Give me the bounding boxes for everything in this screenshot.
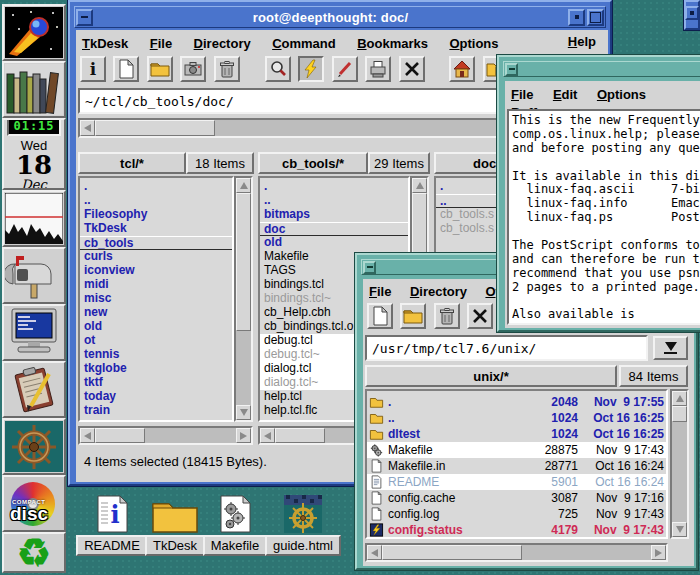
scroll-up-button[interactable] — [672, 391, 687, 406]
file-row[interactable]: config.log725Nov 9 17:43 — [367, 506, 666, 522]
file-item[interactable]: train — [80, 404, 232, 418]
scroll-up-button[interactable] — [236, 178, 251, 193]
file-item[interactable]: TkDesk — [80, 222, 232, 236]
desktop-icon-makefile[interactable]: Makefile — [198, 495, 272, 556]
file-item[interactable]: new — [80, 306, 232, 320]
scrollbar-thumb[interactable] — [95, 428, 145, 443]
editor-text-area[interactable]: This is the new Frequently comp.os.linux… — [507, 109, 700, 325]
pane1-title-button[interactable]: tcl/* — [78, 152, 186, 174]
scrollbar-thumb[interactable] — [672, 406, 687, 422]
file-item[interactable]: .. — [80, 194, 232, 208]
file-item[interactable]: today — [80, 390, 232, 404]
file-item[interactable]: old — [80, 320, 232, 334]
browser-path-entry[interactable]: /usr/tmp/tcl7.6/unix/ — [365, 335, 648, 361]
scrollbar-thumb[interactable] — [95, 120, 215, 136]
desktop-icon-guide-html[interactable]: guide.html — [263, 495, 343, 556]
scrollbar-thumb[interactable] — [236, 193, 251, 331]
window-menu-button[interactable] — [363, 261, 376, 274]
edit-button[interactable] — [332, 56, 358, 82]
dock-mailbox-button[interactable] — [2, 247, 66, 304]
main-titlebar[interactable]: root@deepthought: doc/ — [74, 6, 606, 28]
scroll-left-button[interactable] — [260, 428, 275, 443]
file-item[interactable]: bitmaps — [260, 208, 408, 222]
scrollbar-thumb[interactable] — [275, 428, 325, 443]
pane2-title-button[interactable]: cb_tools/* — [258, 152, 368, 174]
file-item[interactable]: tennis — [80, 348, 232, 362]
file-row[interactable]: config.status4179Nov 9 17:43 — [367, 522, 666, 538]
file-item[interactable]: curls — [80, 250, 232, 264]
dock-comet-button[interactable] — [2, 4, 66, 61]
file-row[interactable]: Makefile.in28771Oct 16 16:24 — [367, 458, 666, 474]
file-item[interactable]: tktf — [80, 376, 232, 390]
scroll-up-button[interactable] — [412, 178, 427, 193]
window-menu-button[interactable] — [76, 9, 93, 26]
scrollbar-thumb[interactable] — [382, 545, 522, 560]
pane1-vertical-scrollbar[interactable] — [234, 176, 253, 422]
delete-button[interactable] — [399, 56, 425, 82]
scroll-left-button[interactable] — [80, 120, 95, 136]
desktop-icon-label[interactable]: guide.html — [265, 535, 341, 556]
file-row-open[interactable]: README5901Oct 16 16:24 — [367, 474, 666, 490]
browser-horizontal-scrollbar[interactable] — [365, 543, 668, 562]
dock-notepad-button[interactable] — [2, 361, 66, 418]
delete-button[interactable] — [467, 303, 493, 329]
file-item[interactable]: midi — [80, 278, 232, 292]
info-button[interactable]: i — [80, 56, 106, 82]
menu-directory[interactable]: Directory — [410, 284, 467, 299]
file-row[interactable]: config.cache3087Nov 9 17:16 — [367, 490, 666, 506]
menu-directory[interactable]: Directory — [194, 36, 251, 51]
dock-load-button[interactable] — [2, 190, 66, 247]
menu-bookmarks[interactable]: Bookmarks — [357, 36, 428, 51]
file-item[interactable]: old — [260, 236, 408, 250]
find-button[interactable] — [265, 56, 291, 82]
editor-titlebar[interactable] — [503, 61, 700, 77]
file-row[interactable]: ..1024Oct 16 16:25 — [367, 410, 666, 426]
file-item[interactable]: .. — [260, 194, 408, 208]
execute-button[interactable] — [298, 56, 324, 82]
file-row[interactable]: .2048Nov 9 17:55 — [367, 394, 666, 410]
menu-file[interactable]: File — [369, 284, 391, 299]
menu-command[interactable]: Command — [272, 36, 336, 51]
desktop-icon-label[interactable]: TkDesk — [145, 535, 205, 556]
scroll-right-button[interactable] — [651, 545, 666, 560]
dock-books-button[interactable] — [2, 61, 66, 118]
print-button[interactable] — [365, 56, 391, 82]
file-item-open[interactable]: cb_tools — [80, 236, 232, 250]
snapshot-button[interactable] — [180, 56, 206, 82]
file-item[interactable]: . — [80, 180, 232, 194]
file-item[interactable]: ot — [80, 334, 232, 348]
home-button[interactable] — [449, 56, 475, 82]
menu-edit[interactable]: Edit — [553, 87, 578, 102]
file-item[interactable]: iconview — [80, 264, 232, 278]
window-menu-button[interactable] — [505, 63, 518, 76]
scroll-down-button[interactable] — [672, 522, 687, 537]
trash-button[interactable] — [434, 303, 460, 329]
dock-cdrom-button[interactable]: COMPACT disc — [2, 475, 66, 532]
dock-terminal-button[interactable] — [2, 304, 66, 361]
open-folder-button[interactable] — [147, 56, 173, 82]
open-folder-button[interactable] — [400, 303, 426, 329]
file-item[interactable]: . — [260, 180, 408, 194]
file-row-selected[interactable]: Makefile28875Nov 9 17:43 — [367, 442, 666, 458]
trash-button[interactable] — [214, 56, 240, 82]
browser-pane-title-button[interactable]: unix/* — [365, 365, 617, 387]
browser-vertical-scrollbar[interactable] — [670, 389, 689, 539]
dock-helm-button[interactable] — [2, 418, 66, 475]
maximize-button[interactable] — [587, 9, 604, 26]
new-file-button[interactable] — [113, 56, 139, 82]
menu-options[interactable]: Options — [597, 87, 646, 102]
window-button[interactable] — [685, 6, 699, 20]
path-history-dropdown-button[interactable] — [653, 336, 688, 360]
file-item-open[interactable]: doc — [260, 222, 408, 236]
file-row[interactable]: dltest1024Oct 16 16:25 — [367, 426, 666, 442]
file-item[interactable]: tkglobe — [80, 362, 232, 376]
menu-help[interactable]: Help — [568, 34, 596, 49]
scroll-down-button[interactable] — [236, 405, 251, 420]
file-item[interactable]: Fileosophy — [80, 208, 232, 222]
menu-file[interactable]: File — [511, 87, 533, 102]
dock-clock-button[interactable]: 01:15 Wed 18 Dec — [2, 118, 66, 190]
new-file-button[interactable] — [367, 303, 393, 329]
menu-options[interactable]: Options — [449, 36, 498, 51]
desktop-icon-label[interactable]: Makefile — [203, 535, 267, 556]
scroll-right-button[interactable] — [236, 428, 251, 443]
